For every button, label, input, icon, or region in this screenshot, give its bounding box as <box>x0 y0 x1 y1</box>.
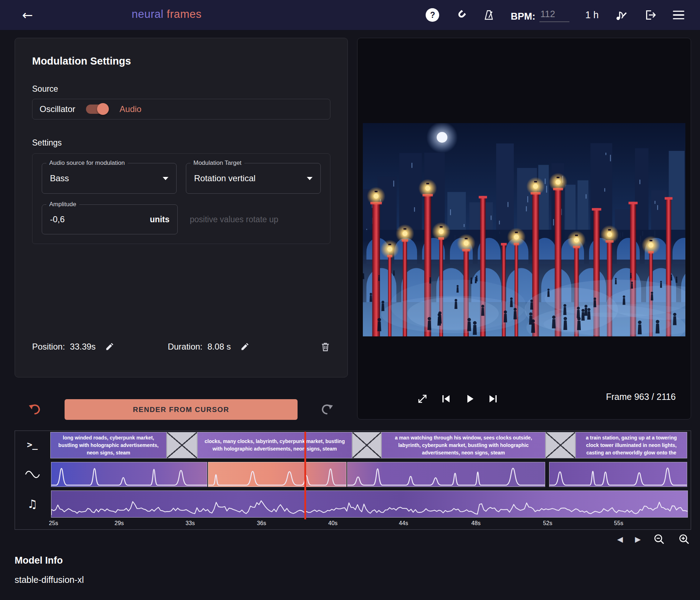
video-preview-panel: Frame 963 / 2116 <box>357 38 691 420</box>
preview-scene <box>363 123 685 336</box>
edit-duration-button[interactable] <box>240 342 249 351</box>
model-name: stable-diffusion-xl <box>15 575 84 585</box>
undo-button[interactable] <box>27 402 42 416</box>
position-label: Position: <box>32 342 65 352</box>
bpm-label: BPM: <box>511 11 535 22</box>
source-toggle[interactable] <box>86 105 109 114</box>
amplitude-hint: positive values rotate up <box>190 215 278 224</box>
timeline-nav: ◀ ▶ <box>617 533 691 546</box>
modulation-settings-panel: Modulation Settings Source Oscillator Au… <box>15 38 348 377</box>
time-label: 52s <box>543 520 552 527</box>
prompt-track-icon: >_ <box>15 439 50 450</box>
model-info-title: Model Info <box>15 555 84 566</box>
undo-icon <box>27 402 42 416</box>
pencil-icon <box>240 342 249 351</box>
bpm-input[interactable] <box>539 8 569 22</box>
topbar-actions: ? BPM: 1 h <box>426 8 684 22</box>
time-label: 44s <box>399 520 408 527</box>
prompt-clip-text: clocks, many clocks, labyrinth, cyberpun… <box>201 438 348 453</box>
scroll-right-button[interactable]: ▶ <box>635 535 641 544</box>
edit-soundtrack-icon[interactable] <box>614 8 628 22</box>
modulation-clip-selected[interactable] <box>208 462 346 487</box>
redo-icon <box>320 402 335 416</box>
prompt-clip-text: a man watching through his window, sees … <box>385 434 542 457</box>
zoom-in-icon[interactable] <box>678 533 691 546</box>
modulation-target-value: Rotation vertical <box>194 173 255 183</box>
duration-value: 8.08 s <box>208 342 231 352</box>
logo-text-frames: frames <box>167 8 202 20</box>
delete-modulation-button[interactable] <box>320 341 330 352</box>
duration-label: Duration: <box>168 342 202 352</box>
toggle-knob <box>97 103 109 115</box>
time-axis: 25s 29s 33s 36s 40s 44s 48s 52s 55s <box>50 519 688 529</box>
time-label: 29s <box>115 520 124 527</box>
modulation-clip[interactable] <box>51 462 207 487</box>
menu-icon[interactable] <box>673 11 684 20</box>
modulation-target-label: Modulation Target <box>191 159 244 167</box>
topbar: ← neural frames ? BPM: 1 h <box>0 0 700 30</box>
modulation-target-dropdown[interactable]: Modulation Target Rotation vertical <box>186 163 321 194</box>
pencil-icon <box>105 342 114 351</box>
amplitude-unit: units <box>150 215 169 224</box>
crossfade-clip[interactable] <box>167 432 197 458</box>
duration-group: Duration: 8.08 s <box>168 342 249 352</box>
source-label: Source <box>32 84 330 94</box>
crossfade-clip[interactable] <box>352 432 381 458</box>
chevron-down-icon <box>307 177 313 180</box>
app-window: ← neural frames ? BPM: 1 h <box>0 0 700 600</box>
amplitude-input[interactable] <box>50 214 118 224</box>
time-label: 33s <box>186 520 195 527</box>
edit-position-button[interactable] <box>105 342 114 351</box>
panel-title: Modulation Settings <box>32 55 330 67</box>
time-label: 36s <box>257 520 266 527</box>
time-label: 48s <box>471 520 481 527</box>
settings-label: Settings <box>32 138 330 148</box>
prompt-track: long winded roads, cyberpunk market, bus… <box>50 432 688 458</box>
magnet-icon[interactable] <box>455 9 467 21</box>
modulation-clip[interactable] <box>347 462 545 487</box>
time-label: 40s <box>328 520 338 527</box>
oscillator-label: Oscillator <box>40 104 75 114</box>
help-icon: ? <box>430 10 435 20</box>
app-logo: neural frames <box>132 8 202 21</box>
help-button[interactable]: ? <box>426 8 439 22</box>
amplitude-label: Amplitude <box>46 201 79 208</box>
audio-source-value: Bass <box>50 173 69 183</box>
settings-group: Audio source for modulation Bass Modulat… <box>32 153 330 244</box>
logo-text-neural: neural <box>132 8 163 20</box>
skip-to-start-icon[interactable] <box>440 393 452 405</box>
prompt-clip[interactable]: a train station, gazing up at a towering… <box>575 432 687 458</box>
export-icon[interactable] <box>644 8 657 22</box>
play-icon[interactable] <box>463 393 476 405</box>
audio-source-dropdown-label: Audio source for modulation <box>46 159 128 167</box>
audio-track <box>50 490 688 518</box>
bpm-control: BPM: <box>511 8 569 22</box>
prompt-clip[interactable]: long winded roads, cyberpunk market, bus… <box>50 432 167 458</box>
modulation-track <box>50 462 688 487</box>
scroll-left-button[interactable]: ◀ <box>617 535 623 544</box>
redo-button[interactable] <box>320 402 335 416</box>
playback-controls <box>416 393 499 405</box>
render-time-remaining: 1 h <box>585 10 599 21</box>
skip-to-end-icon[interactable] <box>487 393 499 405</box>
prompt-clip[interactable]: clocks, many clocks, labyrinth, cyberpun… <box>197 432 352 458</box>
modulation-clip[interactable] <box>549 462 687 487</box>
audio-source-dropdown[interactable]: Audio source for modulation Bass <box>42 163 177 194</box>
metronome-icon[interactable] <box>483 9 495 21</box>
modulation-track-icon <box>15 469 50 481</box>
frame-counter: Frame 963 / 2116 <box>606 392 676 402</box>
back-button[interactable]: ← <box>22 8 33 22</box>
render-from-cursor-button[interactable]: RENDER FROM CURSOR <box>65 399 298 420</box>
prompt-clip[interactable]: a man watching through his window, sees … <box>381 432 546 458</box>
zoom-out-icon[interactable] <box>653 533 666 546</box>
playhead-cursor[interactable] <box>304 432 306 519</box>
audio-label: Audio <box>120 104 141 114</box>
position-value: 33.39s <box>70 342 96 352</box>
crossfade-clip[interactable] <box>546 432 575 458</box>
clip-meta-row: Position: 33.39s Duration: 8.08 s <box>32 341 330 352</box>
audio-clip[interactable] <box>51 490 688 518</box>
source-toggle-row: Oscillator Audio <box>32 99 330 120</box>
time-label: 55s <box>614 520 623 527</box>
fullscreen-icon[interactable] <box>416 393 428 405</box>
amplitude-field[interactable]: Amplitude units <box>42 204 178 234</box>
